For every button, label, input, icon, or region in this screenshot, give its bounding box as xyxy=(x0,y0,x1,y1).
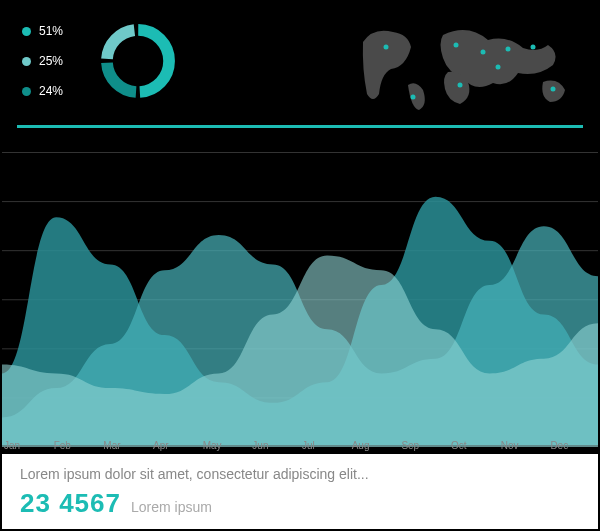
legend-label: 25% xyxy=(39,54,63,68)
donut-chart xyxy=(97,20,179,102)
section-divider xyxy=(17,125,583,128)
svg-point-5 xyxy=(454,43,459,48)
svg-point-3 xyxy=(384,45,389,50)
donut-legend: 51%25%24% xyxy=(22,16,63,106)
area-chart xyxy=(2,137,598,447)
legend-label: 51% xyxy=(39,24,63,38)
footer-title: Lorem ipsum dolor sit amet, consectetur … xyxy=(20,466,580,482)
svg-point-4 xyxy=(411,95,416,100)
legend-dot-icon xyxy=(22,27,31,36)
legend-item: 25% xyxy=(22,46,63,76)
legend-item: 51% xyxy=(22,16,63,46)
svg-point-7 xyxy=(458,83,463,88)
legend-dot-icon xyxy=(22,57,31,66)
legend-item: 24% xyxy=(22,76,63,106)
svg-point-9 xyxy=(531,45,536,50)
svg-point-10 xyxy=(551,87,556,92)
svg-point-2 xyxy=(107,30,169,92)
footer-subtext: Lorem ipsum xyxy=(131,499,212,515)
footer-big-value: 23 4567 xyxy=(20,488,121,519)
dashboard-frame: 51%25%24% xyxy=(0,0,600,531)
legend-label: 24% xyxy=(39,84,63,98)
svg-point-6 xyxy=(481,50,486,55)
top-panel: 51%25%24% xyxy=(2,2,598,122)
svg-point-8 xyxy=(506,47,511,52)
svg-point-11 xyxy=(496,65,501,70)
world-map xyxy=(348,17,583,112)
footer-panel: Lorem ipsum dolor sit amet, consectetur … xyxy=(2,454,598,529)
legend-dot-icon xyxy=(22,87,31,96)
